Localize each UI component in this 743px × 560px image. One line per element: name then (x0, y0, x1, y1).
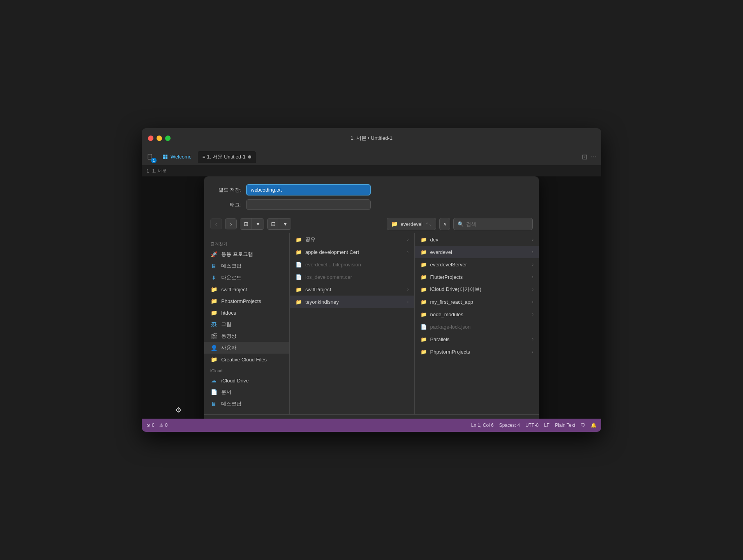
cursor-position[interactable]: Ln 1, Col 6 (471, 423, 494, 428)
sidebar-item-documents[interactable]: 📄 문서 (204, 386, 289, 398)
traffic-lights (148, 136, 171, 141)
notification-icon[interactable]: 🔔 (591, 423, 597, 428)
warning-number: 0 (165, 423, 168, 428)
sidebar-item-htdocs-label: htdocs (221, 310, 236, 316)
minimize-button[interactable] (157, 136, 162, 141)
feedback-icon[interactable]: 🗨 (581, 423, 585, 428)
list-item[interactable]: 📁 iCloud Drive(아카이브) › (415, 283, 539, 296)
svg-rect-2 (148, 158, 151, 158)
list-item[interactable]: 📁 FlutterProjects › (415, 271, 539, 283)
grid-toggle: ⊟ ▾ (267, 218, 291, 230)
error-count[interactable]: ⊗ 0 ⚠ 0 (146, 423, 167, 428)
back-button[interactable]: ‹ (210, 218, 222, 229)
sidebar-item-icloud-drive[interactable]: ☁ iCloud Drive (204, 375, 289, 386)
close-button[interactable] (148, 136, 153, 141)
sidebar-item-videos[interactable]: 🎬 동영상 (204, 330, 289, 342)
language-indicator[interactable]: Plain Text (555, 423, 575, 428)
split-editor-icon[interactable]: ⊡ (582, 153, 588, 161)
list-item-everdevel[interactable]: 📁 everdevel › (415, 246, 539, 258)
chevron-icon: › (532, 287, 533, 292)
folder-icon: 📁 (295, 298, 302, 305)
cert-icon: 📄 (295, 273, 302, 280)
column-view-button[interactable]: ⊞ (240, 218, 252, 229)
list-item[interactable]: 📁 공유 › (290, 233, 414, 246)
warning-icon: ⚠ (159, 423, 164, 428)
documents-icon: 📄 (210, 389, 217, 396)
sidebar-item-creative-cloud-label: Creative Cloud Files (221, 357, 267, 363)
images-icon: 🖼 (210, 321, 217, 328)
sidebar-item-desktop-label: 데스크탑 (221, 262, 241, 269)
sidebar-item-apps[interactable]: 🚀 응용 프로그램 (204, 248, 289, 260)
sidebar-item-images-label: 그림 (221, 321, 231, 328)
downloads-icon: ⬇ (210, 274, 217, 281)
list-item[interactable]: 📁 PhpstormProjects › (415, 345, 539, 358)
list-item[interactable]: 📁 Parallels › (415, 333, 539, 345)
sidebar-item-phpstorm[interactable]: 📁 PhpstormProjects (204, 295, 289, 307)
filename-input[interactable] (246, 184, 371, 195)
filename-row: 별도 저장: (213, 184, 530, 195)
chevron-icon: › (532, 262, 533, 267)
folder-icon: 📁 (295, 286, 302, 293)
editor-tab[interactable]: ≡ 1. 서문 Untitled-1 (198, 151, 256, 163)
list-item[interactable]: 📄 everdevel....bileprovision (290, 258, 414, 271)
main-window: 1. 서문 • Untitled-1 1 Welcome ≡ 1. 서문 Unt… (142, 128, 601, 432)
sidebar-item-swift[interactable]: 📁 swiftProject (204, 284, 289, 295)
creative-cloud-folder-icon: 📁 (210, 356, 217, 363)
editor-bar-right: ⊡ ··· (582, 153, 601, 161)
main-area: 별도 저장: 태그: ‹ › ⊞ ▾ (142, 176, 601, 432)
error-number: 0 (152, 423, 155, 428)
search-input[interactable] (466, 221, 528, 227)
sidebar-item-htdocs[interactable]: 📁 htdocs (204, 307, 289, 319)
column-view-chevron[interactable]: ▾ (252, 218, 264, 229)
sidebar-item-downloads[interactable]: ⬇ 다운로드 (204, 272, 289, 284)
search-icon: 🔍 (458, 221, 464, 227)
folder-icon: 📁 (420, 236, 427, 243)
list-item[interactable]: 📁 dev › (415, 233, 539, 246)
list-item[interactable]: 📁 swiftProject › (290, 283, 414, 296)
unsaved-indicator (248, 155, 251, 158)
svg-rect-1 (148, 157, 150, 157)
spaces-indicator[interactable]: Spaces: 4 (499, 423, 520, 428)
sidebar-item-user[interactable]: 👤 사용자 (204, 342, 289, 354)
user-icon: 👤 (210, 344, 217, 351)
breadcrumb: 1 1. 서문 (142, 166, 601, 176)
list-item[interactable]: 📁 everdevelServer › (415, 258, 539, 271)
list-item-selected[interactable]: 📁 teyonkindisney › (290, 296, 414, 308)
list-item[interactable]: 📄 ios_development.cer (290, 271, 414, 283)
chevron-up-button[interactable]: ∧ (439, 218, 450, 230)
line-ending-indicator[interactable]: LF (544, 423, 549, 428)
welcome-tab[interactable]: Welcome (159, 154, 195, 160)
sidebar-item-desktop[interactable]: 🖥 데스크탑 (204, 260, 289, 272)
sidebar-item-user-label: 사용자 (221, 344, 236, 351)
folder-icon: 📁 (420, 336, 427, 343)
sidebar-item-icloud-desktop[interactable]: 🖥 데스크탑 (204, 398, 289, 410)
chevron-icon: › (532, 336, 533, 342)
save-dialog: 별도 저장: 태그: ‹ › ⊞ ▾ (204, 176, 539, 432)
sidebar-item-downloads-label: 다운로드 (221, 274, 241, 281)
list-item[interactable]: 📁 node_modules › (415, 308, 539, 321)
icloud-label: iCloud (204, 367, 289, 375)
sidebar-item-creative-cloud[interactable]: 📁 Creative Cloud Files (204, 354, 289, 365)
maximize-button[interactable] (165, 136, 171, 141)
icloud-drive-icon: ☁ (210, 377, 217, 384)
list-item[interactable]: 📁 apple development Cert › (290, 246, 414, 258)
chevron-icon: › (407, 287, 409, 292)
folder-icon: 📁 (420, 348, 427, 355)
forward-button[interactable]: › (225, 218, 237, 229)
location-dropdown[interactable]: 📁 everdevel ⌃⌄ (387, 218, 436, 230)
list-item[interactable]: 📁 my_first_react_app › (415, 296, 539, 308)
sidebar-item-documents-label: 문서 (221, 389, 231, 396)
file-icon: 📄 (295, 261, 302, 268)
encoding-indicator[interactable]: UTF-8 (525, 423, 539, 428)
gear-icon[interactable]: ⚙ (173, 405, 184, 416)
file-badge: 1 (151, 158, 157, 163)
chevron-icon: › (532, 274, 533, 280)
grid-view-button[interactable]: ⊟ (268, 218, 279, 229)
list-item[interactable]: 📄 package-lock.json (415, 321, 539, 333)
chevron-icon: › (532, 249, 533, 255)
sidebar-item-images[interactable]: 🖼 그림 (204, 319, 289, 330)
tag-input[interactable] (246, 199, 371, 210)
more-actions-icon[interactable]: ··· (591, 153, 597, 161)
grid-view-chevron[interactable]: ▾ (279, 218, 291, 229)
left-file-panel: 📁 공유 › 📁 apple development Cert › 📄 (290, 233, 415, 414)
